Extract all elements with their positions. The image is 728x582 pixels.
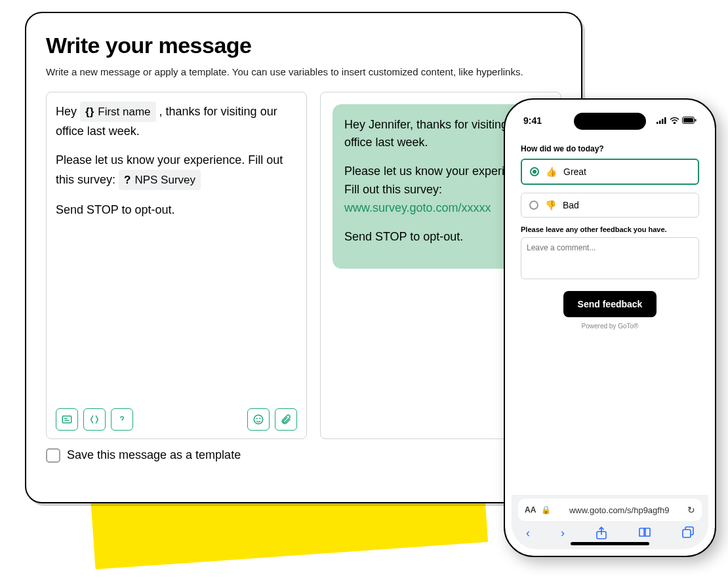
powered-by: Powered by GoTo® xyxy=(521,322,699,330)
page-subtitle: Write a new message or apply a template.… xyxy=(46,65,551,80)
svg-rect-6 xyxy=(662,119,664,124)
svg-rect-9 xyxy=(683,118,693,123)
option-great[interactable]: 👍 Great xyxy=(521,159,699,185)
thumbs-down-icon: 👎 xyxy=(545,200,556,210)
svg-point-2 xyxy=(256,418,257,419)
cellular-icon xyxy=(657,116,667,126)
svg-rect-10 xyxy=(695,119,697,121)
save-template-label: Save this message as a template xyxy=(67,448,241,462)
safari-chrome: AA 🔒 www.goto.com/s/hp9agfh9 ↻ ‹ › xyxy=(512,495,708,549)
svg-rect-5 xyxy=(659,121,661,124)
home-indicator xyxy=(571,542,649,545)
url-bar[interactable]: AA 🔒 www.goto.com/s/hp9agfh9 ↻ xyxy=(518,499,702,521)
phone-mockup: 9:41 How did we do today? xyxy=(504,98,716,557)
save-template-checkbox[interactable] xyxy=(46,448,60,463)
bookmarks-icon[interactable] xyxy=(638,526,651,543)
url-text: www.goto.com/s/hp9agfh9 xyxy=(556,505,682,515)
insert-variable-button[interactable] xyxy=(83,408,106,431)
editor-toolbar xyxy=(56,408,297,431)
back-icon[interactable]: ‹ xyxy=(526,526,530,543)
editor-text: Hey xyxy=(56,105,80,118)
braces-icon: {} xyxy=(85,103,94,121)
editor-text: Send STOP to opt-out. xyxy=(56,201,297,220)
attachment-button[interactable] xyxy=(275,408,297,431)
page-title: Write your message xyxy=(46,33,561,58)
share-icon[interactable] xyxy=(596,526,607,543)
survey-chip-nps[interactable]: ? NPS Survey xyxy=(119,170,201,190)
option-bad[interactable]: 👎 Bad xyxy=(521,193,699,218)
svg-rect-7 xyxy=(664,117,666,124)
message-editor[interactable]: Hey {} First name , thanks for visiting … xyxy=(46,92,307,439)
compose-panel: Write your message Write a new message o… xyxy=(25,12,582,503)
survey-link[interactable]: www.survey.goto.com/xxxxx xyxy=(344,201,491,214)
phone-notch xyxy=(574,113,646,130)
lock-icon: 🔒 xyxy=(541,505,551,514)
text-size-icon[interactable]: AA xyxy=(525,505,536,514)
feedback-label: Please leave any other feedback you have… xyxy=(521,225,699,233)
insert-survey-button[interactable] xyxy=(111,408,133,431)
battery-icon xyxy=(682,116,697,126)
svg-point-3 xyxy=(260,418,260,419)
emoji-button[interactable] xyxy=(247,408,270,431)
feedback-textarea[interactable] xyxy=(521,237,699,279)
survey-question: How did we do today? xyxy=(521,144,699,153)
question-icon: ? xyxy=(124,171,131,189)
reload-icon[interactable]: ↻ xyxy=(687,505,695,515)
wifi-icon xyxy=(670,116,679,126)
template-button[interactable] xyxy=(56,408,78,431)
status-time: 9:41 xyxy=(523,115,542,126)
svg-rect-4 xyxy=(657,122,658,124)
svg-rect-0 xyxy=(62,416,71,423)
radio-icon xyxy=(530,167,539,176)
forward-icon[interactable]: › xyxy=(561,526,565,543)
tabs-icon[interactable] xyxy=(682,526,694,543)
svg-rect-12 xyxy=(683,530,691,537)
variable-chip-first-name[interactable]: {} First name xyxy=(80,102,156,122)
svg-point-1 xyxy=(254,415,263,424)
send-feedback-button[interactable]: Send feedback xyxy=(563,291,657,317)
radio-icon xyxy=(529,201,538,210)
thumbs-up-icon: 👍 xyxy=(546,166,557,177)
